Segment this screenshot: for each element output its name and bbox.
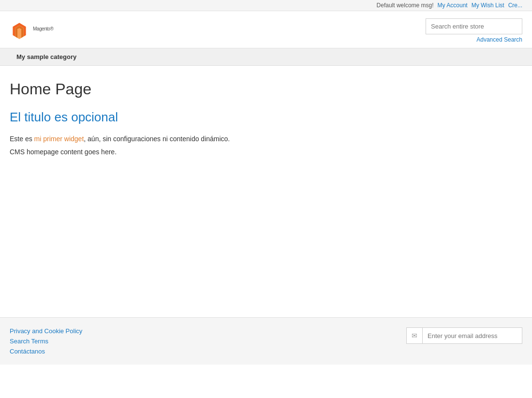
my-wish-list-link[interactable]: My Wish List	[472, 2, 504, 9]
search-area: Advanced Search	[426, 18, 522, 43]
widget-text: Este es mi primer widget, aún, sin confi…	[10, 133, 522, 144]
svg-marker-2	[17, 28, 21, 39]
cms-text: CMS homepage content goes here.	[10, 148, 522, 156]
page-title: Home Page	[10, 80, 522, 98]
widget-title: El titulo es opcional	[10, 110, 522, 125]
email-icon: ✉	[407, 328, 423, 343]
widget-text-highlight: mi primer widget	[34, 135, 84, 143]
nav-bar: My sample category	[0, 48, 532, 66]
widget-text-prefix: Este es	[10, 135, 34, 143]
top-bar: Default welcome msg! My Account My Wish …	[0, 0, 532, 11]
nav-category-link[interactable]: My sample category	[10, 48, 83, 65]
newsletter-input[interactable]	[423, 328, 522, 343]
search-terms-link[interactable]: Search Terms	[10, 338, 82, 345]
footer: Privacy and Cookie Policy Search Terms C…	[0, 317, 532, 365]
main-content: Home Page El titulo es opcional Este es …	[0, 66, 532, 317]
privacy-link[interactable]: Privacy and Cookie Policy	[10, 327, 82, 335]
advanced-search-link[interactable]: Advanced Search	[476, 36, 522, 43]
logo-link[interactable]: Magento®	[10, 21, 53, 41]
footer-links: Privacy and Cookie Policy Search Terms C…	[10, 327, 82, 355]
newsletter-area: ✉	[406, 327, 522, 344]
header: Magento® Advanced Search	[0, 11, 532, 48]
search-box-wrapper	[426, 18, 522, 34]
contactanos-link[interactable]: Contáctanos	[10, 348, 82, 355]
welcome-message: Default welcome msg!	[377, 2, 434, 9]
widget-text-middle: , aún, sin configuraciones ni contenido …	[84, 135, 230, 143]
magento-logo-icon	[10, 21, 29, 41]
create-account-link[interactable]: Cre...	[508, 2, 522, 9]
my-account-link[interactable]: My Account	[438, 2, 468, 9]
logo-text: Magento®	[33, 23, 53, 39]
search-input[interactable]	[426, 19, 522, 34]
